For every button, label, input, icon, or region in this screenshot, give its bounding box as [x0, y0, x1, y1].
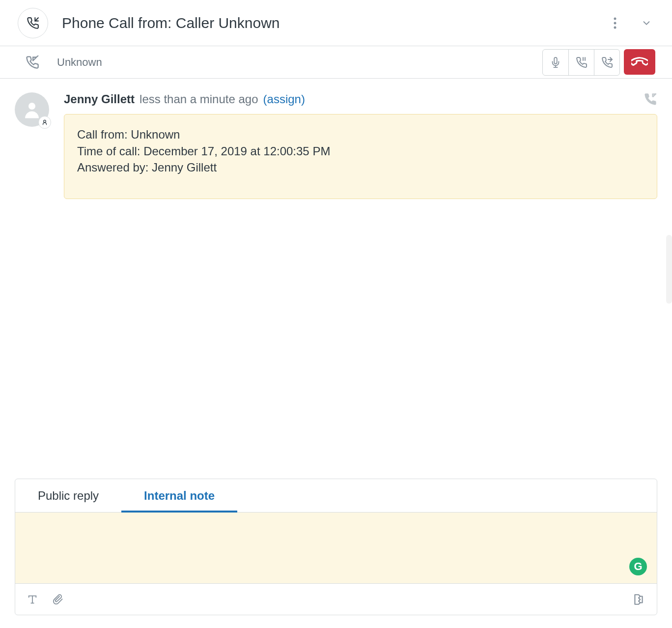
svg-point-10	[28, 103, 35, 110]
ticket-header: Phone Call from: Caller Unknown	[0, 0, 672, 46]
message-author: Jenny Gillett	[64, 92, 135, 106]
note-line: Answered by: Jenny Gillett	[77, 159, 644, 176]
hangup-button[interactable]	[624, 49, 655, 75]
grammarly-badge-icon[interactable]: G	[629, 558, 647, 575]
collapse-toggle[interactable]	[638, 14, 655, 32]
tab-public-reply[interactable]: Public reply	[15, 479, 121, 512]
svg-line-4	[33, 56, 38, 61]
svg-point-1	[614, 17, 616, 20]
more-menu-button[interactable]	[606, 14, 624, 32]
apps-button[interactable]	[632, 593, 645, 606]
channel-phone-icon	[644, 92, 657, 106]
mute-button[interactable]	[543, 50, 568, 75]
svg-point-11	[44, 120, 46, 122]
internal-note-message: Call from: Unknown Time of call: Decembe…	[64, 114, 657, 199]
transfer-button[interactable]	[594, 50, 619, 75]
ticket-title: Phone Call from: Caller Unknown	[61, 15, 593, 31]
active-call-bar: Unknown	[0, 46, 672, 79]
missed-call-icon	[26, 56, 39, 69]
svg-point-2	[614, 22, 616, 24]
note-line: Time of call: December 17, 2019 at 12:00…	[77, 143, 644, 160]
attach-button[interactable]	[53, 594, 63, 605]
incoming-call-icon	[18, 8, 48, 38]
tab-internal-note[interactable]: Internal note	[121, 479, 237, 512]
message-timestamp: less than a minute ago	[140, 92, 258, 106]
scrollbar[interactable]	[666, 235, 672, 304]
caller-name: Unknown	[57, 56, 525, 69]
note-line: Call from: Unknown	[77, 126, 644, 143]
compose-textarea[interactable]	[15, 513, 657, 583]
assign-link[interactable]: (assign)	[263, 92, 305, 106]
agent-badge-icon	[38, 116, 51, 129]
composer: Public reply Internal note G	[15, 479, 657, 615]
text-format-button[interactable]	[27, 594, 38, 605]
svg-point-3	[614, 26, 616, 29]
hold-button[interactable]	[568, 50, 594, 75]
message-row: Jenny Gillett less than a minute ago (as…	[15, 92, 657, 199]
